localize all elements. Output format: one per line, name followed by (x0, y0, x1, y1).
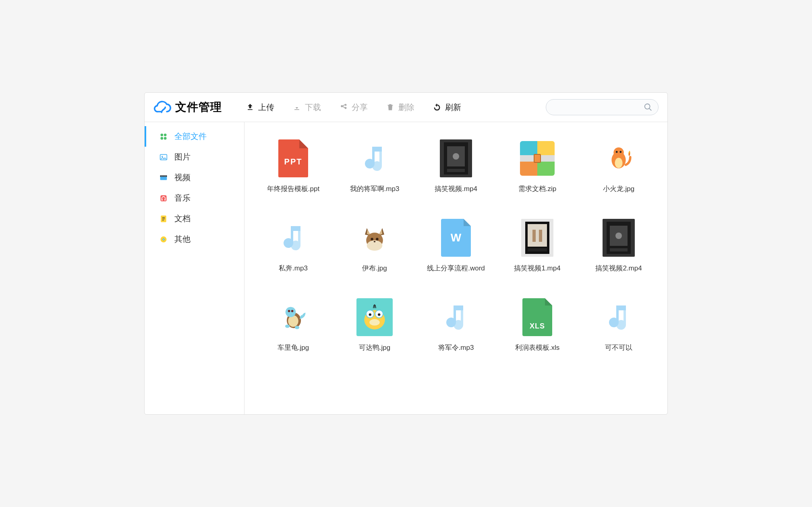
svg-point-9 (163, 176, 164, 177)
file-thumbnail (356, 297, 393, 337)
refresh-button[interactable]: 刷新 (433, 102, 461, 113)
refresh-label: 刷新 (445, 102, 461, 113)
sidebar: 全部文件 图片 视频 音乐 文档 其他 (145, 122, 244, 414)
svg-point-2 (161, 137, 164, 139)
logo: 文件管理 (153, 98, 222, 116)
svg-point-5 (162, 156, 163, 157)
file-thumbnail (437, 297, 474, 337)
sidebar-item-label: 图片 (174, 152, 191, 162)
sidebar-item-image[interactable]: 图片 (145, 147, 244, 167)
svg-point-1 (164, 133, 167, 136)
upload-button[interactable]: 上传 (246, 102, 274, 113)
svg-point-24 (453, 153, 459, 160)
file-thumbnail: XLS (519, 297, 556, 337)
file-name: 需求文档.zip (518, 184, 556, 193)
download-icon (293, 103, 301, 111)
sidebar-item-other[interactable]: 其他 (145, 229, 244, 249)
document-icon (159, 214, 168, 223)
svg-rect-39 (539, 230, 542, 242)
sidebar-item-doc[interactable]: 文档 (145, 208, 244, 229)
body: 全部文件 图片 视频 音乐 文档 其他 P (145, 122, 667, 414)
file-thumbnail (600, 138, 637, 179)
file-item[interactable]: 搞笑视频1.mp4 (501, 218, 574, 273)
file-item[interactable]: 车里龟.jpg (257, 297, 330, 352)
delete-button[interactable]: 删除 (386, 102, 414, 113)
sidebar-item-label: 其他 (174, 234, 191, 245)
file-thumbnail (600, 297, 637, 337)
svg-point-11 (165, 176, 166, 177)
file-name: 搞笑视频1.mp4 (514, 264, 560, 273)
search-input[interactable] (552, 104, 644, 111)
file-grid: PPT年终报告模板.ppt我的将军啊.mp3搞笑视频.mp4需求文档.zip小火… (257, 138, 655, 352)
file-item[interactable]: 私奔.mp3 (257, 218, 330, 273)
file-thumbnail (356, 138, 393, 179)
svg-rect-40 (528, 248, 547, 251)
file-name: 搞笑视频2.mp4 (595, 264, 642, 273)
sidebar-item-label: 音乐 (174, 193, 191, 204)
file-name: 利润表模板.xls (515, 343, 560, 352)
download-button[interactable]: 下载 (293, 102, 321, 113)
svg-point-48 (288, 310, 290, 312)
svg-point-33 (371, 238, 373, 240)
file-item[interactable]: 可不可以 (582, 297, 655, 352)
file-item[interactable]: 将军令.mp3 (419, 297, 493, 352)
svg-point-49 (291, 310, 294, 312)
svg-point-47 (286, 307, 296, 317)
file-item[interactable]: 伊布.jpg (338, 218, 411, 273)
svg-rect-37 (528, 224, 547, 247)
file-name: 将军令.mp3 (438, 343, 474, 352)
share-icon (340, 103, 348, 111)
file-item[interactable]: 可达鸭.jpg (338, 297, 411, 352)
delete-label: 删除 (398, 102, 414, 113)
svg-point-50 (285, 324, 290, 328)
sidebar-item-all[interactable]: 全部文件 (145, 126, 244, 147)
toolbar: 上传 下载 分享 删除 刷新 (246, 102, 538, 113)
file-item[interactable]: PPT年终报告模板.ppt (257, 138, 330, 193)
file-item[interactable]: 搞笑视频2.mp4 (582, 218, 655, 273)
header: 文件管理 上传 下载 分享 删除 刷新 (145, 93, 667, 122)
file-item[interactable]: 小火龙.jpg (582, 138, 655, 193)
svg-point-0 (161, 133, 164, 136)
file-item[interactable]: 搞笑视频.mp4 (419, 138, 493, 193)
file-thumbnail (356, 218, 393, 258)
upload-icon (246, 103, 254, 111)
trash-icon (386, 103, 394, 111)
svg-rect-7 (160, 175, 167, 177)
svg-rect-12 (161, 195, 167, 201)
search-icon (644, 103, 652, 112)
headphone-icon (159, 194, 168, 203)
file-name: 年终报告模板.ppt (267, 184, 319, 193)
svg-point-35 (374, 241, 376, 242)
sidebar-item-label: 全部文件 (174, 131, 207, 142)
sidebar-item-video[interactable]: 视频 (145, 167, 244, 188)
file-name: 可不可以 (605, 343, 632, 352)
image-icon (159, 153, 168, 162)
svg-point-27 (613, 148, 624, 158)
file-item[interactable]: 需求文档.zip (501, 138, 574, 193)
svg-point-58 (378, 313, 380, 316)
file-item[interactable]: W线上分享流程.word (419, 218, 493, 273)
file-thumbnail (600, 218, 637, 258)
svg-point-29 (616, 151, 618, 153)
file-item[interactable]: XLS利润表模板.xls (501, 297, 574, 352)
file-name: 伊布.jpg (362, 264, 387, 273)
search-box[interactable] (546, 99, 659, 115)
svg-point-34 (376, 238, 378, 240)
file-name: 私奔.mp3 (279, 264, 308, 273)
file-name: 搞笑视频.mp4 (435, 184, 477, 193)
file-thumbnail (519, 138, 556, 179)
share-label: 分享 (352, 102, 368, 113)
file-item[interactable]: 我的将军啊.mp3 (338, 138, 411, 193)
file-thumbnail (275, 297, 312, 337)
sidebar-item-music[interactable]: 音乐 (145, 188, 244, 208)
svg-point-30 (619, 151, 621, 153)
grid-icon (159, 132, 168, 141)
share-button[interactable]: 分享 (340, 102, 368, 113)
main-content: PPT年终报告模板.ppt我的将军啊.mp3搞笑视频.mp4需求文档.zip小火… (244, 122, 667, 414)
svg-rect-14 (165, 199, 166, 200)
svg-point-43 (615, 233, 622, 239)
svg-rect-44 (610, 248, 628, 251)
sidebar-item-label: 文档 (174, 213, 191, 224)
file-thumbnail: PPT (275, 138, 312, 179)
refresh-icon (433, 103, 441, 111)
